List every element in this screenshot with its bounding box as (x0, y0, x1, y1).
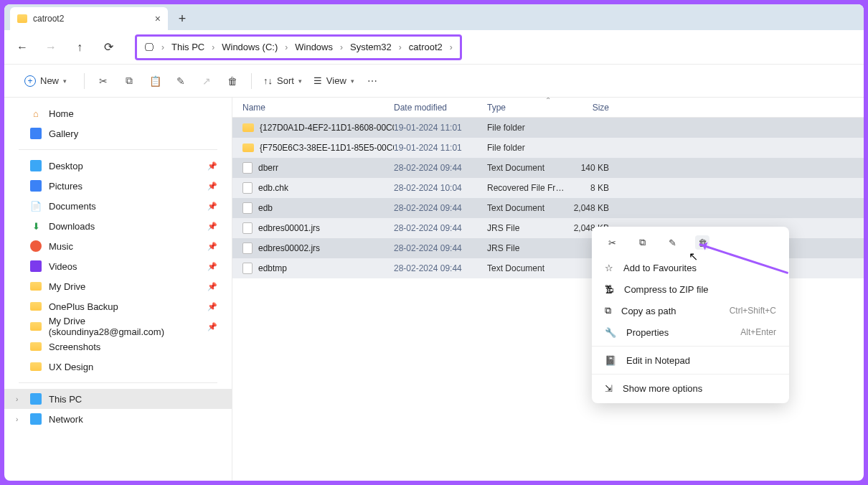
sidebar-item-screenshots[interactable]: Screenshots (4, 336, 232, 357)
sidebar-gallery[interactable]: Gallery (4, 123, 232, 143)
chevron-down-icon: ▾ (351, 77, 354, 85)
crumb-drive[interactable]: Windows (C:) (222, 42, 278, 52)
sidebar-label: Home (49, 108, 74, 119)
star-icon: ☆ (605, 263, 613, 273)
sidebar-item-desktop[interactable]: Desktop📌 (4, 156, 232, 176)
ctx-compress-zip[interactable]: 🗜Compress to ZIP file (592, 278, 789, 300)
ctx-label: Properties (626, 327, 669, 338)
music-icon (30, 240, 42, 252)
chevron-down-icon: ▾ (63, 77, 67, 85)
sidebar-label: UX Design (49, 362, 93, 372)
rename-icon[interactable]: ✎ (665, 235, 679, 250)
chevron-right-icon[interactable]: › (16, 415, 18, 423)
ctx-edit-notepad[interactable]: 📓Edit in Notepad (592, 349, 789, 371)
refresh-button[interactable]: ⟳ (102, 40, 115, 54)
plus-circle-icon: + (24, 75, 36, 87)
chevron-right-icon: › (161, 42, 164, 52)
sidebar-label: Pictures (49, 181, 82, 192)
delete-icon[interactable]: 🗑 (225, 74, 240, 88)
folder-icon (30, 322, 42, 331)
sidebar-item-mydrive[interactable]: My Drive📌 (4, 276, 232, 296)
ctx-label: Copy as path (621, 306, 676, 316)
file-icon (242, 182, 253, 194)
file-name: edb.chk (258, 183, 288, 193)
downloads-icon: ⬇ (30, 220, 42, 232)
context-menu: ✂ ⧉ ✎ 🗑 ☆Add to Favourites 🗜Compress to … (592, 227, 789, 403)
table-row[interactable]: edb.chk28-02-2024 10:04Recovered File Fr… (232, 178, 864, 198)
ctx-copy-path[interactable]: ⧉Copy as pathCtrl+Shift+C (592, 300, 789, 321)
back-button[interactable]: ← (16, 41, 29, 54)
path-icon: ⧉ (605, 305, 611, 316)
column-size[interactable]: Size (566, 103, 616, 113)
sidebar-item-music[interactable]: Music📌 (4, 236, 232, 256)
collapse-caret-icon[interactable]: ⌃ (545, 98, 551, 104)
pin-icon: 📌 (207, 242, 217, 251)
view-button[interactable]: ☰ View ▾ (313, 75, 354, 86)
file-type: Text Document (487, 163, 566, 173)
chevron-right-icon: › (340, 42, 343, 52)
new-button[interactable]: + New ▾ (19, 72, 72, 90)
breadcrumb[interactable]: 🖵 › This PC › Windows (C:) › Windows › S… (135, 34, 462, 60)
file-name: edbtmp (258, 263, 287, 273)
crumb-system32[interactable]: System32 (350, 42, 392, 52)
table-row[interactable]: {F750E6C3-38EE-11D1-85E5-00C04FC295…19-0… (232, 138, 864, 158)
ctx-add-favourites[interactable]: ☆Add to Favourites (592, 257, 789, 278)
file-date: 19-01-2024 11:01 (394, 123, 487, 133)
file-name: edbres00001.jrs (258, 223, 320, 233)
cut-icon[interactable]: ✂ (605, 235, 619, 250)
ctx-shortcut: Ctrl+Shift+C (730, 306, 776, 316)
delete-icon[interactable]: 🗑 (695, 235, 709, 250)
sidebar-label: This PC (49, 394, 82, 405)
pictures-icon (30, 180, 42, 192)
sidebar-label: Music (49, 241, 73, 252)
crumb-thispc[interactable]: This PC (171, 42, 204, 52)
table-row[interactable]: edb28-02-2024 09:44Text Document2,048 KB (232, 198, 864, 218)
documents-icon: 📄 (30, 200, 42, 212)
copy-icon[interactable]: ⧉ (635, 235, 649, 250)
column-date[interactable]: Date modified (394, 103, 487, 113)
cut-icon[interactable]: ✂ (96, 74, 110, 88)
paste-icon[interactable]: 📋 (148, 74, 162, 88)
sidebar-item-downloads[interactable]: ⬇Downloads📌 (4, 216, 232, 236)
sidebar-item-oneplus[interactable]: OnePlus Backup📌 (4, 296, 232, 316)
file-name: edbres00002.jrs (258, 243, 320, 253)
forward-button[interactable]: → (44, 41, 57, 54)
chevron-right-icon: › (212, 42, 214, 52)
folder-icon (30, 282, 42, 291)
sidebar-this-pc[interactable]: ›This PC (4, 389, 232, 409)
file-name: edb (258, 203, 273, 213)
sidebar-item-ux[interactable]: UX Design (4, 357, 232, 377)
ctx-properties[interactable]: 🔧PropertiesAlt+Enter (592, 321, 789, 343)
share-icon[interactable]: ↗ (199, 74, 214, 88)
folder-icon (30, 342, 42, 351)
separator (84, 73, 85, 89)
sort-button[interactable]: ↑↓ Sort ▾ (263, 75, 302, 86)
sidebar-network[interactable]: ›Network (4, 409, 232, 429)
sidebar-item-documents[interactable]: 📄Documents📌 (4, 196, 232, 216)
close-tab-icon[interactable]: × (155, 13, 161, 24)
sidebar-item-pictures[interactable]: Pictures📌 (4, 176, 232, 196)
sidebar-home[interactable]: ⌂Home (4, 103, 232, 123)
table-row[interactable]: {127D0A1D-4EF2-11D1-8608-00C04FC295…19-0… (232, 118, 864, 138)
rename-icon[interactable]: ✎ (174, 74, 188, 88)
chevron-right-icon[interactable]: › (16, 395, 18, 403)
tab-catroot2[interactable]: catroot2 × (10, 7, 168, 30)
chevron-right-icon: › (285, 42, 288, 52)
table-row[interactable]: dberr28-02-2024 09:44Text Document140 KB (232, 158, 864, 178)
tab-title: catroot2 (33, 14, 64, 24)
copy-icon[interactable]: ⧉ (122, 74, 136, 88)
crumb-windows[interactable]: Windows (295, 42, 333, 52)
ctx-label: Edit in Notepad (626, 355, 690, 366)
ctx-label: Add to Favourites (623, 263, 697, 273)
sidebar-item-mydrive2[interactable]: My Drive (skoundinya28@gmail.com)📌 (4, 316, 232, 336)
column-name[interactable]: Name (232, 103, 394, 113)
sort-label: Sort (277, 75, 294, 86)
more-button[interactable]: ⋯ (366, 74, 380, 88)
up-button[interactable]: ↑ (73, 41, 86, 54)
column-type[interactable]: Type (487, 103, 566, 113)
new-tab-button[interactable]: + (172, 9, 192, 29)
sidebar-item-videos[interactable]: Videos📌 (4, 256, 232, 276)
crumb-catroot2[interactable]: catroot2 (409, 42, 443, 52)
ctx-show-more[interactable]: ⇲Show more options (592, 377, 789, 399)
network-icon (30, 413, 42, 425)
